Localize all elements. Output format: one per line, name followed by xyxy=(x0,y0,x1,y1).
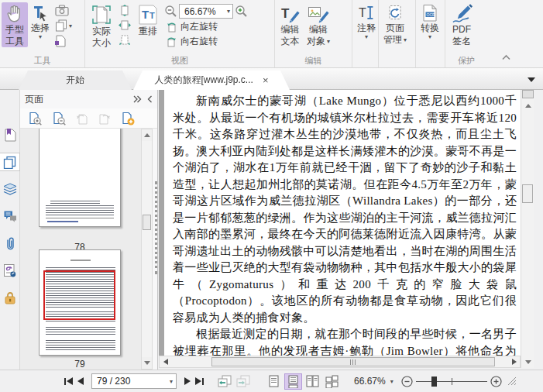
current-view-rectangle[interactable] xyxy=(43,270,115,320)
thumbnail-scroll-up-button[interactable] xyxy=(142,129,152,141)
dropdown-arrow: ▾ xyxy=(404,37,407,43)
tab-document[interactable]: 人类的旅程[www.j9p.c... × xyxy=(133,70,290,90)
next-view-button[interactable] xyxy=(234,372,253,390)
actual-size-button[interactable]: 实际 大小 xyxy=(87,2,116,49)
rotate-page-left-button[interactable] xyxy=(76,112,88,125)
comments-panel-button[interactable] xyxy=(0,207,20,225)
pages-panel-button[interactable] xyxy=(0,153,20,171)
thumbnail-text-lines xyxy=(46,205,114,215)
rotate-left-button[interactable]: 向左旋转 xyxy=(164,20,248,33)
split-view-handle[interactable] xyxy=(522,90,534,98)
edit-object-button[interactable]: 编辑 对象▾ xyxy=(304,2,333,47)
dropdown-arrow: ▾ xyxy=(170,379,173,384)
thumbnail-page-79[interactable] xyxy=(39,249,121,356)
rotate-right-icon xyxy=(166,36,177,47)
snapshot-button[interactable] xyxy=(55,5,72,16)
dropdown-arrow: ▾ xyxy=(39,34,42,40)
scroll-up-button[interactable] xyxy=(522,100,534,111)
first-page-button[interactable] xyxy=(62,374,75,388)
zoom-in-icon[interactable] xyxy=(235,5,248,18)
facing-view-button[interactable] xyxy=(304,373,321,390)
thumbnail-text-lines xyxy=(46,327,115,336)
edit-text-icon: T xyxy=(280,4,301,24)
zoom-slider[interactable] xyxy=(416,375,487,388)
close-tab-icon[interactable]: × xyxy=(263,76,269,85)
panel-expand-icon[interactable] xyxy=(132,95,142,103)
edit-text-button[interactable]: T 编辑 文本 xyxy=(277,2,304,47)
scroll-left-button[interactable] xyxy=(160,356,171,367)
horizontal-scroll-track[interactable] xyxy=(171,356,508,367)
continuous-facing-view-button[interactable] xyxy=(323,373,341,390)
window-resize-grip[interactable] xyxy=(507,377,517,386)
thumbnail-zoom-in-button[interactable] xyxy=(28,112,42,126)
thumbnail-header-line xyxy=(70,260,91,261)
fit-page-button[interactable] xyxy=(119,5,131,16)
collapse-ribbon-icon[interactable] xyxy=(502,54,510,60)
bookmark-page-button[interactable] xyxy=(55,35,72,47)
zoom-out-circle-icon[interactable] xyxy=(401,376,413,387)
ribbon-zoom-combo[interactable]: 66.67%▾ xyxy=(179,4,233,19)
thumbnail-label-79: 79 xyxy=(39,359,121,370)
thumbnail-footnote-line xyxy=(47,221,78,222)
thumbnail-scroll-down-button[interactable] xyxy=(142,357,152,369)
tab-list-dropdown-icon[interactable] xyxy=(528,77,535,82)
pdf-sign-button[interactable]: PDF 签名 xyxy=(447,2,476,47)
page-indicator: 79 / 230 xyxy=(97,376,170,387)
group-label-tools: 工具 xyxy=(0,55,84,67)
document-page[interactable]: 新南威尔士的蒙哥湖（Lake Mungo）位于悉尼以西约1000千米处。从最近一… xyxy=(164,90,521,356)
tab-start[interactable]: 开始 xyxy=(19,70,132,90)
previous-view-button[interactable] xyxy=(215,372,234,390)
layers-panel-button[interactable] xyxy=(0,180,20,198)
clipboard-button[interactable]: ▾ xyxy=(55,19,72,32)
attachments-panel-button[interactable] xyxy=(0,234,20,253)
zoom-slider-thumb[interactable] xyxy=(431,377,437,387)
last-page-button[interactable] xyxy=(193,374,206,388)
dropdown-arrow: ▾ xyxy=(227,9,230,14)
rotate-right-button[interactable]: 向右旋转 xyxy=(164,35,248,48)
paragraph: 新南威尔士的蒙哥湖（Lake Mungo）位于悉尼以西约1000千米处。从最近一… xyxy=(173,93,517,326)
rotate-page-right-button[interactable] xyxy=(98,112,111,125)
zoom-out-icon[interactable] xyxy=(164,5,177,18)
horizontal-scroll-thumb[interactable] xyxy=(211,357,494,366)
single-page-view-button[interactable] xyxy=(265,373,283,390)
horizontal-scrollbar[interactable] xyxy=(159,356,521,368)
security-panel-button[interactable] xyxy=(0,288,20,307)
group-label-protect: 保护 xyxy=(445,55,487,67)
thumbnail-zoom-out-button[interactable] xyxy=(52,112,66,126)
panel-collapse-icon[interactable] xyxy=(146,95,153,103)
convert-button[interactable]: OCR 转换 ▾ xyxy=(418,2,442,40)
vertical-scrollbar[interactable] xyxy=(521,90,534,368)
group-label-edit: 编辑 xyxy=(275,55,352,67)
page-number-combo[interactable]: 79 / 230 ▾ xyxy=(91,373,177,389)
thumbnail-scroll-thumb[interactable] xyxy=(143,215,151,230)
signatures-panel-button[interactable] xyxy=(0,261,20,280)
panel-resize-handle[interactable] xyxy=(155,181,157,274)
scroll-down-button[interactable] xyxy=(522,356,534,367)
zoom-in-circle-icon[interactable] xyxy=(490,376,502,387)
vertical-scroll-thumb[interactable] xyxy=(522,184,533,203)
add-page-button[interactable] xyxy=(121,112,135,126)
select-cursor-icon xyxy=(32,4,49,22)
continuous-view-button[interactable] xyxy=(284,373,302,390)
previous-page-button[interactable] xyxy=(75,374,86,388)
navigation-panel-strip xyxy=(0,90,20,370)
pages-panel: 页面 78 79 xyxy=(20,90,158,370)
thumbnail-scrollbar[interactable] xyxy=(141,129,153,370)
select-tool-button[interactable]: 选择 ▾ xyxy=(28,2,53,40)
next-page-button[interactable] xyxy=(182,374,193,388)
hand-icon xyxy=(5,4,25,24)
scroll-right-button[interactable] xyxy=(508,356,520,367)
page-rotate-icon xyxy=(386,4,404,22)
reflow-button[interactable]: TT 重排 xyxy=(133,2,163,37)
document-text: 新南威尔士的蒙哥湖（Lake Mungo）位于悉尼以西约1000千米处。从最近一… xyxy=(164,90,521,356)
signature-pen-icon xyxy=(450,4,473,24)
bookmarks-panel-button[interactable] xyxy=(0,126,20,144)
page-management-button[interactable]: 页面 管理▾ xyxy=(380,2,410,46)
comment-button[interactable]: T 注释 ▾ xyxy=(354,2,379,40)
fit-visible-button[interactable] xyxy=(119,34,131,46)
svg-text:T: T xyxy=(359,6,366,19)
hand-tool-button[interactable]: 手型 工具 xyxy=(2,2,28,47)
thumbnail-page-78[interactable] xyxy=(39,129,121,227)
fit-width-button[interactable] xyxy=(119,19,131,31)
zoom-dropdown-arrow[interactable]: ▾ xyxy=(390,379,394,384)
